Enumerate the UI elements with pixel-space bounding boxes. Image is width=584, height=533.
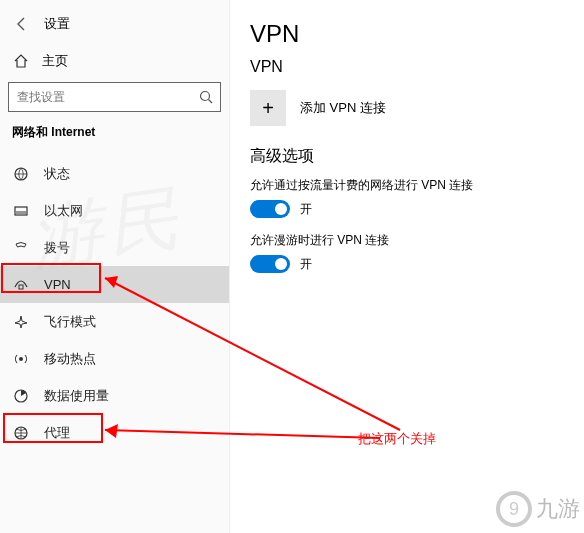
data-usage-icon — [12, 387, 30, 405]
sidebar-item-data-usage[interactable]: 数据使用量 — [0, 377, 229, 414]
sidebar-item-label: 移动热点 — [44, 350, 96, 368]
section-title: 网络和 Internet — [0, 124, 229, 147]
sidebar-item-label: 飞行模式 — [44, 313, 96, 331]
sidebar-item-label: VPN — [44, 277, 71, 292]
brand-label: 九游 — [536, 494, 580, 524]
sidebar-item-proxy[interactable]: 代理 — [0, 414, 229, 451]
proxy-icon — [12, 424, 30, 442]
sidebar: 设置 主页 网络和 Internet 状态 — [0, 0, 230, 533]
toggle-state: 开 — [300, 201, 312, 218]
svg-rect-4 — [19, 285, 23, 289]
annotation-text: 把这两个关掉 — [358, 430, 436, 448]
sidebar-item-ethernet[interactable]: 以太网 — [0, 192, 229, 229]
vpn-icon — [12, 276, 30, 294]
option-metered: 允许通过按流量计费的网络进行 VPN 连接 开 — [250, 177, 564, 218]
content-area: VPN VPN + 添加 VPN 连接 高级选项 允许通过按流量计费的网络进行 … — [230, 0, 584, 533]
sidebar-item-label: 状态 — [44, 165, 70, 183]
brand-logo-icon: 9 — [496, 491, 532, 527]
home-icon — [12, 52, 30, 70]
dialup-icon — [12, 239, 30, 257]
sub-title: VPN — [250, 58, 564, 76]
hotspot-icon — [12, 350, 30, 368]
add-vpn-button[interactable]: + 添加 VPN 连接 — [250, 90, 564, 126]
back-arrow-icon[interactable] — [12, 14, 32, 34]
option-roaming: 允许漫游时进行 VPN 连接 开 — [250, 232, 564, 273]
sidebar-item-status[interactable]: 状态 — [0, 155, 229, 192]
search-icon — [192, 90, 220, 104]
brand-watermark: 9 九游 — [496, 491, 580, 527]
sidebar-item-hotspot[interactable]: 移动热点 — [0, 340, 229, 377]
airplane-icon — [12, 313, 30, 331]
sidebar-item-airplane[interactable]: 飞行模式 — [0, 303, 229, 340]
sidebar-item-vpn[interactable]: VPN — [0, 266, 229, 303]
toggle-metered[interactable] — [250, 200, 290, 218]
settings-header: 设置 — [0, 10, 229, 44]
advanced-options-title: 高级选项 — [250, 146, 564, 167]
sidebar-item-dialup[interactable]: 拨号 — [0, 229, 229, 266]
option-label: 允许通过按流量计费的网络进行 VPN 连接 — [250, 177, 564, 194]
sidebar-item-label: 数据使用量 — [44, 387, 109, 405]
svg-line-1 — [209, 100, 213, 104]
home-label: 主页 — [42, 52, 68, 70]
plus-icon: + — [250, 90, 286, 126]
toggle-roaming[interactable] — [250, 255, 290, 273]
svg-point-0 — [201, 92, 210, 101]
toggle-state: 开 — [300, 256, 312, 273]
home-row[interactable]: 主页 — [0, 44, 229, 82]
svg-point-5 — [19, 357, 23, 361]
add-vpn-label: 添加 VPN 连接 — [300, 99, 386, 117]
sidebar-item-label: 代理 — [44, 424, 70, 442]
ethernet-icon — [12, 202, 30, 220]
nav-list: 状态 以太网 拨号 VPN — [0, 155, 229, 451]
status-icon — [12, 165, 30, 183]
settings-label: 设置 — [44, 15, 70, 33]
sidebar-item-label: 以太网 — [44, 202, 83, 220]
search-box[interactable] — [8, 82, 221, 112]
sidebar-item-label: 拨号 — [44, 239, 70, 257]
search-input[interactable] — [9, 90, 192, 104]
page-title: VPN — [250, 20, 564, 48]
option-label: 允许漫游时进行 VPN 连接 — [250, 232, 564, 249]
